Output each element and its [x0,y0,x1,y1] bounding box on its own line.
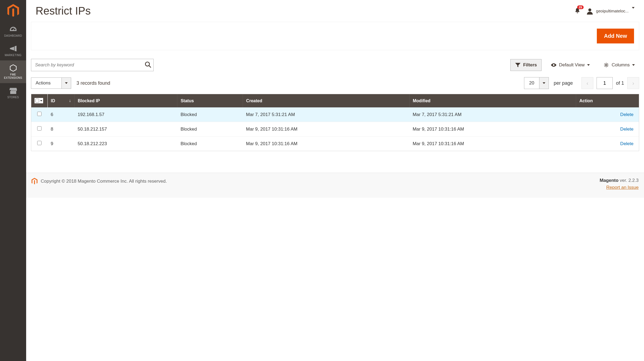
add-new-button[interactable]: Add New [597,29,634,43]
user-name: geoipultimateloc... [596,9,629,13]
gear-icon [603,63,609,67]
page-input[interactable] [597,77,613,89]
row-checkbox[interactable] [37,126,42,131]
cell-created: Mar 9, 2017 10:31:16 AM [243,122,409,137]
funnel-icon [515,63,521,67]
user-icon [586,8,593,15]
delete-link[interactable]: Delete [620,127,633,132]
table-row[interactable]: 8 50.18.212.157 Blocked Mar 9, 2017 10:3… [31,122,639,137]
cell-ip: 192.168.1.57 [74,107,177,122]
data-grid: ID ↓ Blocked IP Status Created Modified … [31,94,639,151]
search-button[interactable] [144,61,151,69]
cell-modified: Mar 9, 2017 10:31:16 AM [409,122,576,137]
columns-button[interactable]: Columns [599,59,639,71]
svg-point-3 [145,62,149,66]
column-id[interactable]: ID ↓ [47,94,74,107]
user-menu[interactable]: geoipultimateloc... [586,8,635,15]
row-checkbox[interactable] [37,112,42,116]
cell-id: 9 [47,137,74,151]
filters-button[interactable]: Filters [510,59,542,71]
cell-id: 6 [47,107,74,122]
column-created[interactable]: Created [243,94,409,107]
chevron-down-icon [632,9,635,13]
search-wrap [31,59,154,71]
default-view-button[interactable]: Default View [546,59,594,71]
svg-point-6 [605,64,607,66]
cell-created: Mar 9, 2017 10:31:16 AM [243,137,409,151]
row-checkbox[interactable] [37,141,42,145]
per-page-select[interactable]: 20 [524,77,549,89]
cell-modified: Mar 9, 2017 10:31:16 AM [409,137,576,151]
table-row[interactable]: 6 192.168.1.57 Blocked Mar 7, 2017 5:31:… [31,107,639,122]
actions-label: Actions [31,77,61,89]
svg-line-14 [607,63,608,64]
notifications-button[interactable]: 29 [574,8,580,14]
magento-logo[interactable] [0,0,26,22]
svg-point-5 [553,64,555,66]
actions-toggle[interactable] [61,77,71,89]
svg-point-2 [588,8,591,11]
chevron-down-icon [40,100,42,101]
gauge-icon [9,26,17,33]
sidebar-item-label: FME EXTENSIONS [1,73,25,80]
footer-version: ver. 2.2.3 [618,178,639,183]
actions-dropdown[interactable]: Actions [31,77,71,89]
delete-link[interactable]: Delete [620,112,633,117]
sidebar-item-label: DASHBOARD [4,34,22,38]
action-bar: Add New [31,22,639,50]
cell-ip: 50.18.212.157 [74,122,177,137]
select-all-checkbox[interactable] [35,99,39,103]
sidebar-item-fme-extensions[interactable]: FME EXTENSIONS [0,60,26,83]
page-title: Restrict IPs [36,5,574,17]
cell-ip: 50.18.212.223 [74,137,177,151]
sidebar-item-label: MARKETING [5,54,21,57]
svg-line-12 [607,66,608,67]
page-of-label: of 1 [616,80,624,86]
delete-link[interactable]: Delete [620,141,633,146]
column-status[interactable]: Status [177,94,243,107]
column-blocked-ip[interactable]: Blocked IP [74,94,177,107]
cell-created: Mar 7, 2017 5:31:21 AM [243,107,409,122]
sidebar-item-stores[interactable]: STORES [0,83,26,103]
pager: 20 per page ‹ of 1 › [524,77,639,89]
chevron-down-icon [543,82,545,84]
cell-modified: Mar 7, 2017 5:31:21 AM [409,107,576,122]
cell-status: Blocked [177,107,243,122]
svg-line-4 [149,66,151,68]
grid-toolbar: Actions 3 records found 20 per page ‹ of… [26,74,644,94]
prev-page-button[interactable]: ‹ [581,77,593,89]
report-issue-link[interactable]: Report an Issue [606,185,639,190]
magento-logo-small [32,178,37,185]
search-input[interactable] [31,59,154,71]
sidebar-item-label: STORES [7,96,19,99]
columns-label: Columns [612,62,630,68]
per-page-label: per page [554,80,573,86]
header-row: ID ↓ Blocked IP Status Created Modified … [31,94,639,107]
footer-brand: Magento [600,178,618,183]
toolbar: Filters Default View Columns [26,50,644,74]
per-page-toggle[interactable] [539,77,549,89]
table-row[interactable]: 9 50.18.212.223 Blocked Mar 9, 2017 10:3… [31,137,639,151]
next-page-button[interactable]: › [627,77,639,89]
footer: Copyright © 2018 Magento Commerce Inc. A… [26,173,644,198]
page-header: Restrict IPs 29 geoipultimateloc... [26,0,644,22]
per-page-value: 20 [524,77,539,89]
cell-id: 8 [47,122,74,137]
notification-count: 29 [577,5,584,9]
sidebar-item-dashboard[interactable]: DASHBOARD [0,22,26,41]
cell-status: Blocked [177,122,243,137]
hexagon-icon [9,64,17,71]
filters-label: Filters [523,62,537,68]
sidebar-item-marketing[interactable]: MARKETING [0,41,26,60]
search-icon [144,61,151,68]
cell-status: Blocked [177,137,243,151]
select-all-header[interactable] [31,94,47,107]
chevron-down-icon [65,82,68,84]
sidebar: DASHBOARD MARKETING FME EXTENSIONS STORE… [0,0,26,361]
column-modified[interactable]: Modified [409,94,576,107]
column-action: Action [576,94,639,107]
sort-desc-icon: ↓ [69,98,71,103]
svg-rect-1 [13,28,15,30]
svg-line-13 [605,66,605,67]
svg-line-11 [605,63,605,64]
